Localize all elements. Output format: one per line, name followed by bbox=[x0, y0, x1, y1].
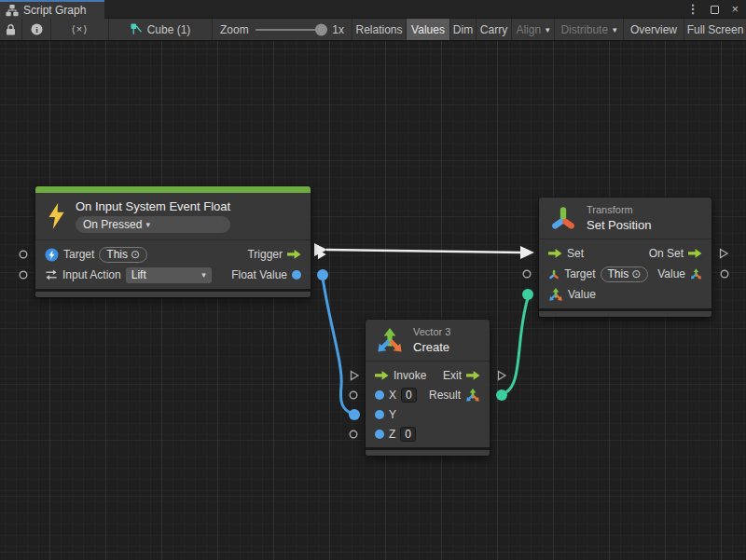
zoom-label: Zoom bbox=[220, 23, 249, 36]
x-port-unconnected[interactable] bbox=[349, 390, 358, 400]
node-transform-set-position[interactable]: Transform Set Position Set On Set Ta bbox=[539, 198, 711, 317]
info-icon: i bbox=[31, 23, 43, 35]
vector3-icon bbox=[548, 287, 563, 302]
transform-target-row: Target This ⊙ Value bbox=[539, 264, 711, 284]
transform-icon bbox=[549, 204, 577, 232]
graph-canvas[interactable]: On Input System Event Float On Pressed ▾… bbox=[0, 41, 746, 560]
zoom-slider-handle[interactable] bbox=[315, 23, 327, 35]
graph-target-button[interactable]: Cube (1) bbox=[109, 19, 213, 40]
control-arrow-icon bbox=[287, 250, 301, 259]
zoom-control: Zoom 1x bbox=[213, 19, 352, 40]
x-value-field[interactable]: 0 bbox=[401, 388, 417, 403]
graph-target-label: Cube (1) bbox=[147, 23, 191, 36]
carry-button[interactable]: Carry bbox=[477, 19, 512, 40]
graph-node-icon bbox=[131, 23, 143, 35]
node-on-input-system-event-float[interactable]: On Input System Event Float On Pressed ▾… bbox=[35, 186, 311, 297]
node-title: Create bbox=[413, 340, 450, 354]
transform-value-row: Value bbox=[539, 284, 711, 305]
chevron-down-icon: ▾ bbox=[201, 270, 206, 280]
values-button[interactable]: Values bbox=[407, 19, 450, 40]
input-action-dropdown[interactable]: Lift ▾ bbox=[126, 267, 212, 283]
z-port-unconnected[interactable] bbox=[349, 430, 358, 439]
overview-button[interactable]: Overview bbox=[624, 19, 684, 40]
z-value-field[interactable]: 0 bbox=[400, 427, 416, 442]
relations-button[interactable]: Relations bbox=[352, 19, 407, 40]
node-category: Vector 3 bbox=[413, 326, 450, 337]
vector3-invoke-row: Invoke Exit bbox=[366, 365, 490, 385]
tab-script-graph[interactable]: Script Graph bbox=[0, 0, 104, 19]
lock-button[interactable] bbox=[0, 19, 22, 40]
input-system-icon bbox=[45, 248, 59, 262]
y-port-connected[interactable] bbox=[349, 409, 360, 420]
target-icon: ⊙ bbox=[631, 267, 641, 280]
zoom-value: 1x bbox=[332, 23, 344, 36]
node-title: On Input System Event Float bbox=[76, 199, 230, 213]
input-port-unconnected[interactable] bbox=[19, 250, 28, 259]
transform-set-row: Set On Set bbox=[539, 243, 711, 264]
result-port-connected[interactable] bbox=[496, 389, 507, 401]
trigger-port-connected[interactable] bbox=[315, 248, 328, 261]
exit-port-unconnected[interactable] bbox=[496, 370, 507, 381]
chevron-down-icon: ▾ bbox=[613, 25, 617, 34]
chevron-down-icon: ▾ bbox=[546, 25, 550, 34]
control-arrow-icon bbox=[688, 249, 702, 258]
node-footer bbox=[539, 308, 711, 317]
align-button[interactable]: Align▾ bbox=[512, 19, 555, 40]
control-arrow-icon bbox=[466, 371, 480, 380]
window-menu-icon[interactable]: ⋮ bbox=[686, 0, 698, 19]
float-port-icon bbox=[375, 390, 384, 400]
control-arrow-icon bbox=[548, 249, 562, 258]
float-port-icon bbox=[375, 430, 384, 439]
value-port-connected[interactable] bbox=[522, 289, 533, 300]
event-target-row: Target This ⊙ Trigger bbox=[35, 244, 311, 265]
vector3-icon bbox=[376, 326, 404, 354]
code-preview-button[interactable]: ⟨×⟩ bbox=[51, 19, 109, 40]
value-out-port-unconnected[interactable] bbox=[720, 269, 729, 279]
invoke-port-unconnected[interactable] bbox=[349, 370, 360, 381]
lock-icon bbox=[6, 24, 16, 35]
control-arrow-icon bbox=[375, 371, 389, 380]
distribute-button[interactable]: Distribute▾ bbox=[555, 19, 624, 40]
input-action-icon bbox=[45, 268, 58, 281]
chevron-down-icon: ▾ bbox=[145, 220, 150, 229]
event-mode-dropdown[interactable]: On Pressed ▾ bbox=[76, 216, 230, 233]
script-graph-icon bbox=[6, 4, 19, 17]
tab-title: Script Graph bbox=[23, 4, 86, 17]
graph-toolbar: i ⟨×⟩ Cube (1) Zoom 1x Relations Values … bbox=[0, 19, 746, 41]
input-port-unconnected[interactable] bbox=[19, 270, 28, 280]
vector3-x-row: X 0 Result bbox=[366, 385, 490, 404]
float-port-icon bbox=[292, 270, 301, 280]
vector3-icon bbox=[690, 266, 702, 281]
node-footer bbox=[35, 289, 311, 297]
target-port-unconnected[interactable] bbox=[522, 269, 532, 279]
transform-icon bbox=[548, 267, 560, 281]
node-footer bbox=[366, 447, 490, 456]
info-button[interactable]: i bbox=[22, 19, 51, 40]
code-icon: ⟨×⟩ bbox=[71, 23, 88, 35]
target-self-field[interactable]: This ⊙ bbox=[601, 266, 649, 282]
close-icon[interactable]: × bbox=[731, 0, 739, 19]
event-action-row: Input Action Lift ▾ Float Value bbox=[35, 265, 311, 285]
node-title: Set Position bbox=[587, 218, 651, 232]
zoom-slider[interactable] bbox=[256, 29, 326, 31]
on-set-port-unconnected[interactable] bbox=[718, 248, 729, 259]
lightning-icon bbox=[46, 203, 66, 229]
maximize-icon[interactable] bbox=[711, 6, 719, 14]
target-self-field[interactable]: This ⊙ bbox=[99, 247, 147, 263]
fullscreen-button[interactable]: Full Screen bbox=[684, 19, 746, 40]
flow-connection[interactable] bbox=[314, 243, 534, 259]
window-titlebar: Script Graph ⋮ × bbox=[0, 0, 746, 19]
dim-button[interactable]: Dim bbox=[450, 19, 477, 40]
vector3-z-row: Z 0 bbox=[366, 424, 490, 444]
vector3-icon bbox=[465, 388, 480, 403]
float-value-port-connected[interactable] bbox=[317, 269, 328, 280]
node-category: Transform bbox=[587, 204, 651, 215]
node-vector3-create[interactable]: Vector 3 Create Invoke Exit bbox=[366, 320, 490, 456]
float-port-icon bbox=[375, 410, 384, 419]
target-icon: ⊙ bbox=[131, 248, 140, 261]
event-accent-bar bbox=[35, 186, 311, 193]
vector3-y-row: Y bbox=[366, 404, 490, 424]
